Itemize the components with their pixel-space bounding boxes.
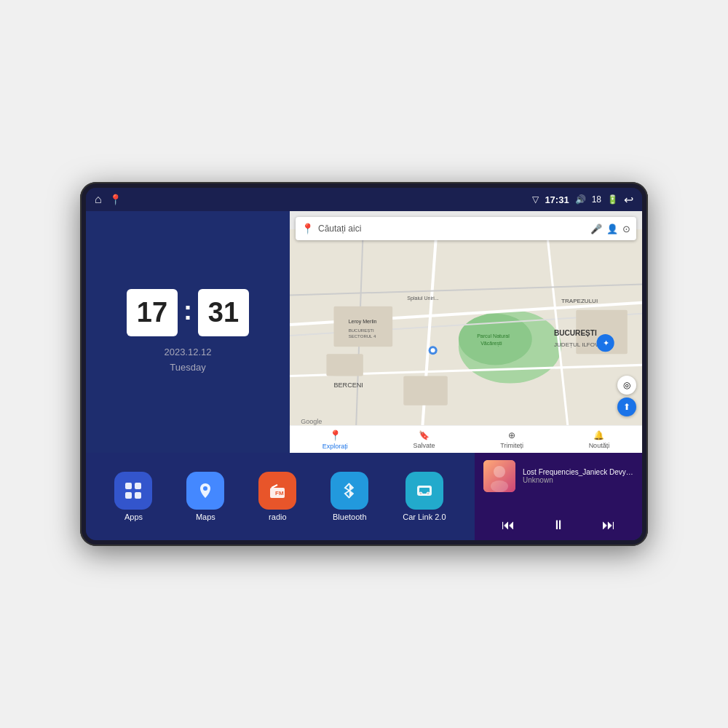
carlink-label: Car Link 2.0 (403, 513, 446, 521)
map-nav-send[interactable]: ⊕ Trimiteți (500, 430, 523, 449)
back-icon[interactable]: ↩ (624, 193, 633, 207)
svg-rect-32 (135, 492, 141, 499)
map-nav-news[interactable]: 🔔 Noutăți (589, 430, 610, 449)
radio-icon: FM (258, 472, 296, 510)
svg-text:✦: ✦ (603, 339, 609, 347)
svg-text:Leroy Merlin: Leroy Merlin (349, 319, 377, 325)
explore-label: Explorați (323, 443, 348, 450)
play-pause-button[interactable]: ⏸ (552, 518, 565, 533)
map-pin-icon: 📍 (301, 223, 314, 234)
map-nav-explore[interactable]: 📍 Explorați (323, 430, 348, 450)
home-icon[interactable]: ⌂ (95, 193, 102, 206)
battery-icon: 🔋 (607, 194, 618, 205)
svg-text:BUCUREȘTI: BUCUREȘTI (554, 329, 597, 337)
svg-rect-11 (403, 376, 448, 405)
svg-text:Google: Google (301, 418, 322, 425)
map-nav-bar: 📍 Explorați 🔖 Salvate ⊕ Trimiteți (290, 425, 642, 453)
svg-point-42 (494, 466, 505, 478)
app-item-apps[interactable]: Apps (114, 472, 152, 521)
main-area: 17 : 31 2023.12.12 Tuesday (86, 211, 642, 540)
svg-rect-31 (125, 492, 132, 499)
svg-text:FM: FM (275, 490, 284, 496)
layers-icon[interactable]: ⊙ (622, 223, 630, 234)
clock-minutes: 31 (198, 289, 249, 336)
account-icon[interactable]: 👤 (606, 223, 618, 234)
radio-icon-svg: FM (267, 480, 288, 501)
next-button[interactable]: ⏭ (602, 518, 615, 533)
clock-colon: : (183, 296, 192, 326)
svg-rect-13 (326, 354, 363, 376)
compass-icon[interactable]: ◎ (617, 376, 636, 395)
device-screen: ⌂ 📍 ▽ 17:31 🔊 18 🔋 ↩ 17 : (86, 188, 642, 540)
saved-label: Salvate (414, 442, 435, 449)
bluetooth-icon-svg (339, 480, 360, 501)
car-head-unit: ⌂ 📍 ▽ 17:31 🔊 18 🔋 ↩ 17 : (80, 182, 648, 546)
maps-icon-svg (195, 480, 215, 501)
music-thumbnail (483, 460, 515, 492)
app-item-bluetooth[interactable]: Bluetooth (331, 472, 368, 521)
svg-text:BUCUREȘTI: BUCUREȘTI (349, 328, 374, 333)
svg-text:BERCENI: BERCENI (334, 381, 363, 389)
map-background: BUCUREȘTI JUDEȚUL ILFOV TRAPEZULUI BERCE… (290, 211, 642, 453)
map-controls: ◎ ⬆ (617, 376, 636, 416)
status-time: 17:31 (545, 194, 569, 205)
svg-point-39 (419, 492, 422, 495)
volume-icon: 🔊 (575, 194, 586, 205)
map-nav-saved[interactable]: 🔖 Salvate (414, 430, 435, 449)
clock-hours: 17 (127, 289, 178, 336)
volume-level: 18 (592, 194, 601, 205)
apps-bar: Apps Maps (86, 453, 475, 540)
send-icon: ⊕ (508, 430, 515, 440)
navigate-icon[interactable]: ⬆ (617, 397, 636, 416)
top-section: 17 : 31 2023.12.12 Tuesday (86, 211, 642, 453)
map-content: BUCUREȘTI JUDEȚUL ILFOV TRAPEZULUI BERCE… (290, 211, 642, 453)
explore-icon: 📍 (329, 430, 341, 441)
news-icon: 🔔 (593, 430, 604, 440)
clock-display: 17 : 31 (127, 289, 249, 336)
music-thumb-inner (483, 460, 515, 492)
music-player: Lost Frequencies_Janieck Devy-... Unknow… (475, 453, 642, 540)
music-info: Lost Frequencies_Janieck Devy-... Unknow… (483, 460, 633, 492)
apps-icon (114, 472, 152, 510)
svg-point-43 (491, 480, 508, 492)
location-icon[interactable]: 📍 (109, 194, 122, 205)
apps-icon-svg (123, 480, 143, 501)
mic-icon[interactable]: 🎤 (590, 223, 602, 234)
svg-text:TRAPEZULUI: TRAPEZULUI (561, 298, 598, 304)
svg-text:Parcul Natural: Parcul Natural (477, 333, 510, 339)
saved-icon: 🔖 (419, 430, 430, 440)
svg-text:SECTORUL 4: SECTORUL 4 (349, 334, 376, 339)
svg-text:Splaiul Uniri...: Splaiul Uniri... (407, 296, 439, 301)
svg-rect-30 (135, 483, 141, 489)
status-right: ▽ 17:31 🔊 18 🔋 ↩ (532, 193, 633, 207)
carlink-icon-svg (414, 480, 435, 501)
app-item-maps[interactable]: Maps (186, 472, 224, 521)
music-controls: ⏮ ⏸ ⏭ (483, 518, 633, 533)
send-label: Trimiteți (500, 442, 523, 449)
svg-point-40 (427, 492, 430, 495)
apps-label: Apps (124, 513, 143, 521)
prev-button[interactable]: ⏮ (502, 518, 515, 533)
svg-text:JUDEȚUL ILFOV: JUDEȚUL ILFOV (554, 341, 599, 348)
carlink-icon (405, 472, 443, 510)
app-item-radio[interactable]: FM radio (258, 472, 296, 521)
svg-line-36 (272, 485, 277, 488)
status-bar: ⌂ 📍 ▽ 17:31 🔊 18 🔋 ↩ (86, 188, 642, 211)
status-left: ⌂ 📍 (95, 193, 122, 206)
svg-point-25 (431, 348, 435, 352)
album-art (483, 460, 515, 492)
map-widget[interactable]: BUCUREȘTI JUDEȚUL ILFOV TRAPEZULUI BERCE… (290, 211, 642, 453)
app-item-carlink[interactable]: Car Link 2.0 (403, 472, 446, 521)
bluetooth-icon (331, 472, 368, 510)
svg-text:Văcărești: Văcărești (480, 341, 502, 347)
svg-rect-29 (125, 483, 132, 489)
music-text: Lost Frequencies_Janieck Devy-... Unknow… (523, 468, 633, 484)
svg-point-33 (203, 486, 207, 491)
map-search-bar[interactable]: 📍 Căutați aici 🎤 👤 ⊙ (296, 217, 636, 240)
signal-icon: ▽ (532, 194, 539, 205)
clock-widget: 17 : 31 2023.12.12 Tuesday (86, 211, 290, 453)
bluetooth-label: Bluetooth (333, 513, 366, 521)
maps-app-icon (186, 472, 224, 510)
map-search-text: Căutați aici (318, 223, 361, 234)
radio-label: radio (269, 513, 286, 521)
